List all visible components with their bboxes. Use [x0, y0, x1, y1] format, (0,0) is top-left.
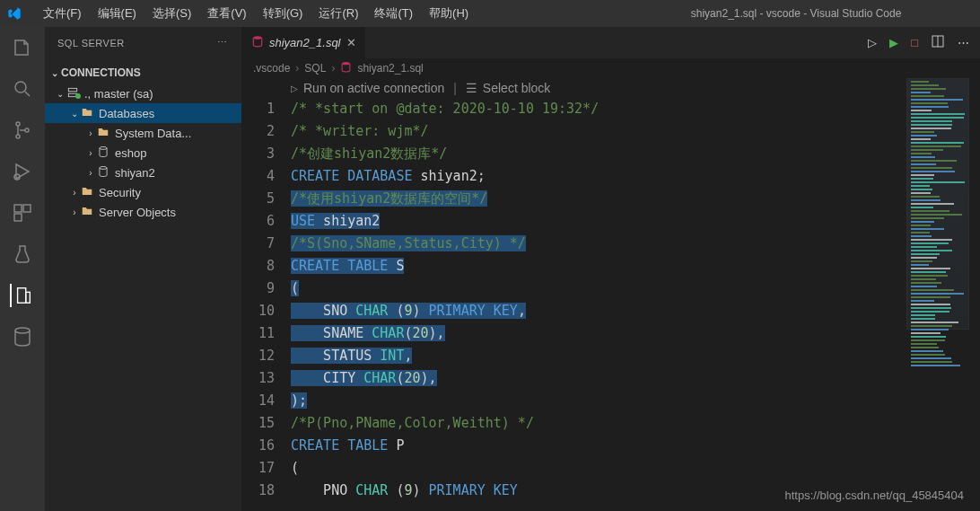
close-icon[interactable]: ✕ [346, 36, 356, 49]
stop-icon[interactable]: □ [911, 36, 918, 49]
menu-item[interactable]: 查看(V) [200, 2, 253, 25]
svg-point-15 [253, 36, 261, 40]
list-icon: ☰ [466, 81, 477, 95]
code-line[interactable]: USE shiyan2 [291, 210, 980, 233]
code-line[interactable]: /*使用shiyan2数据库的空间*/ [291, 188, 980, 210]
tab-label: shiyan2_1.sql [269, 36, 341, 49]
connections-header[interactable]: ⌄ CONNECTIONS [45, 62, 241, 84]
tree-item[interactable]: ›shiyan2 [45, 163, 241, 182]
svg-point-10 [15, 328, 30, 333]
folder-icon [97, 126, 111, 140]
code-line[interactable]: /*S(Sno,SName,Status,City) */ [291, 233, 980, 255]
svg-point-1 [16, 122, 20, 126]
tab-sql-file[interactable]: shiyan2_1.sql ✕ [242, 27, 366, 58]
more-actions-icon[interactable]: ⋯ [958, 36, 969, 49]
run-connection-link[interactable]: Run on active connection [303, 81, 444, 95]
extensions-icon[interactable] [11, 201, 34, 225]
run-icon[interactable]: ▶ [889, 36, 898, 49]
menu-item[interactable]: 运行(R) [311, 2, 365, 25]
tree-item[interactable]: ›eshop [45, 143, 241, 163]
menu-item[interactable]: 终端(T) [367, 2, 420, 25]
line-numbers: 123456789101112131415161718 [242, 98, 291, 511]
activity-bar [0, 27, 45, 511]
svg-rect-7 [14, 214, 22, 221]
code-line[interactable]: ); [291, 390, 980, 412]
svg-rect-6 [23, 205, 31, 212]
code-line[interactable]: ( [291, 457, 980, 480]
code-line[interactable]: SNAME CHAR(20), [291, 322, 980, 345]
tree-item[interactable]: ›Security [45, 182, 241, 202]
source-control-icon[interactable] [11, 119, 34, 142]
search-icon[interactable] [11, 77, 34, 101]
watermark: https://blog.csdn.net/qq_45845404 [785, 489, 965, 502]
tree-item-label: Databases [99, 107, 154, 120]
chevron-down-icon: ⌄ [48, 68, 61, 78]
code-line[interactable]: CREATE TABLE S [291, 255, 980, 278]
code-content[interactable]: /* *start on @date: 2020-10-10 19:32*//*… [291, 98, 980, 511]
tree-item-label: System Data... [115, 127, 191, 140]
tabs: shiyan2_1.sql ✕ ▷ ▶ □ ⋯ [242, 27, 980, 58]
svg-point-3 [25, 128, 29, 132]
svg-point-17 [343, 62, 351, 65]
code-line[interactable]: ( [291, 278, 980, 300]
crumb-folder[interactable]: SQL [304, 62, 326, 75]
db-icon [97, 165, 111, 180]
code-line[interactable]: /* *writer: wjm*/ [291, 120, 980, 143]
chevron-icon: › [84, 148, 97, 158]
sidebar: SQL SERVER ⋯ ⌄ CONNECTIONS ⌄., master (s… [45, 27, 242, 511]
menu-item[interactable]: 转到(G) [256, 2, 311, 25]
svg-rect-8 [18, 288, 26, 304]
database-file-icon [251, 35, 264, 50]
editor-area: shiyan2_1.sql ✕ ▷ ▶ □ ⋯ .vscode › SQL › … [242, 27, 980, 511]
menu-item[interactable]: 文件(F) [36, 2, 89, 25]
select-block-link[interactable]: Select block [483, 81, 550, 95]
code-line[interactable]: SNO CHAR (9) PRIMARY KEY, [291, 300, 980, 322]
svg-point-13 [100, 146, 107, 149]
tree-item[interactable]: ›Server Objects [45, 202, 241, 222]
server-icon [66, 86, 81, 101]
run-outline-icon[interactable]: ▷ [868, 36, 877, 49]
tree-item[interactable]: ⌄., master (sa) [45, 84, 241, 103]
tree-item-label: ., master (sa) [84, 87, 153, 101]
crumb-folder[interactable]: .vscode [253, 62, 290, 75]
sidebar-title: SQL SERVER [57, 38, 125, 48]
tree-item-label: eshop [115, 146, 146, 160]
chevron-icon: ⌄ [68, 109, 81, 119]
svg-point-0 [15, 82, 26, 93]
code-line[interactable]: CITY CHAR(20), [291, 367, 980, 390]
vscode-logo-icon [7, 6, 22, 21]
svg-rect-5 [14, 205, 22, 212]
tree-item[interactable]: ›System Data... [45, 123, 241, 143]
menu-item[interactable]: 编辑(E) [91, 2, 144, 25]
sql-server-icon[interactable] [10, 284, 33, 307]
code-line[interactable]: CREATE DATABASE shiyan2; [291, 165, 980, 188]
run-debug-icon[interactable] [11, 160, 34, 183]
tree-item[interactable]: ⌄Databases [45, 103, 241, 123]
database-icon[interactable] [11, 325, 34, 348]
chevron-icon: › [84, 168, 97, 178]
svg-rect-9 [26, 292, 31, 303]
window-title: shiyan2_1.sql - vscode - Visual Studio C… [619, 7, 973, 20]
code-editor[interactable]: 123456789101112131415161718 /* *start on… [242, 98, 980, 511]
chevron-right-icon: › [295, 62, 299, 75]
chevron-right-icon: › [331, 62, 335, 75]
code-line[interactable]: /*创建shiyan2数据库*/ [291, 143, 980, 165]
menu-item[interactable]: 选择(S) [145, 2, 198, 25]
code-line[interactable]: /* *start on @date: 2020-10-10 19:32*/ [291, 98, 980, 120]
more-icon[interactable]: ⋯ [217, 37, 229, 48]
editor-actions: ▷ ▶ □ ⋯ [868, 27, 980, 58]
db-icon [97, 145, 111, 160]
menu-item[interactable]: 帮助(H) [422, 2, 476, 25]
code-line[interactable]: STATUS INT, [291, 345, 980, 367]
breadcrumbs[interactable]: .vscode › SQL › shiyan2_1.sql [242, 58, 980, 78]
testing-icon[interactable] [11, 242, 34, 266]
files-icon[interactable] [11, 36, 34, 59]
crumb-file[interactable]: shiyan2_1.sql [357, 62, 423, 75]
split-editor-icon[interactable] [931, 34, 945, 51]
tree-item-label: Server Objects [99, 206, 176, 219]
code-line[interactable]: /*P(Pno,PName,Color,Weitht) */ [291, 412, 980, 435]
code-line[interactable]: CREATE TABLE P [291, 435, 980, 457]
chevron-icon: › [84, 128, 97, 138]
tree-item-label: Security [99, 186, 141, 199]
minimap[interactable] [906, 78, 969, 330]
